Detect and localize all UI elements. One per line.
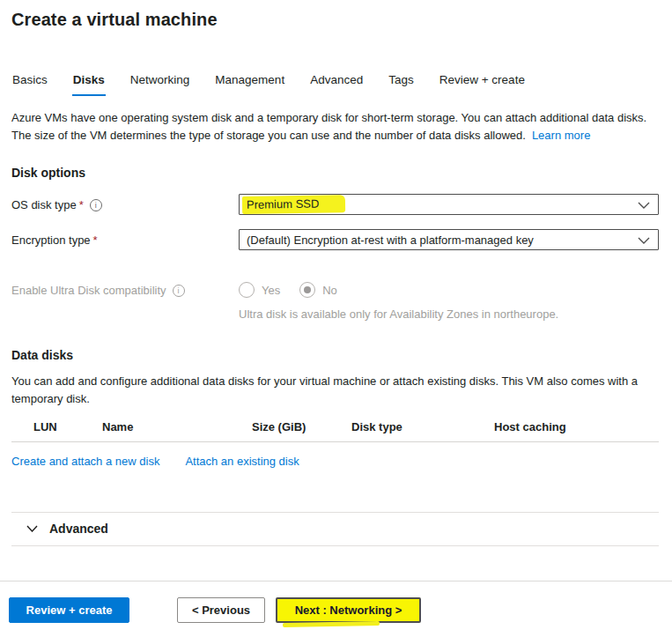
attach-existing-disk-link[interactable]: Attach an existing disk [185,455,299,468]
encryption-type-label: Encryption type* [11,233,98,247]
chevron-down-icon [638,237,650,244]
create-attach-new-disk-link[interactable]: Create and attach a new disk [11,455,159,468]
encryption-type-value: (Default) Encryption at-rest with a plat… [247,233,534,247]
previous-button[interactable]: < Previous [177,597,265,623]
tab-networking[interactable]: Networking [129,73,191,96]
tab-disks[interactable]: Disks [72,73,106,96]
required-asterisk: * [93,233,98,247]
create-vm-page: Create a virtual machine Basics Disks Ne… [0,0,672,637]
required-asterisk: * [79,198,84,211]
review-create-button[interactable]: Review + create [9,597,129,623]
wizard-footer: Review + create < Previous Next : Networ… [0,581,672,637]
column-header-lun: LUN [33,420,102,433]
tab-management[interactable]: Management [214,73,285,96]
radio-no-label: No [322,284,337,297]
os-disk-type-row: OS disk type* i Premium SSD [11,194,659,215]
tab-advanced[interactable]: Advanced [309,73,364,96]
column-header-disk-type: Disk type [351,420,494,433]
ultra-disk-radio-group: Yes No [239,279,659,298]
tab-bar: Basics Disks Networking Management Advan… [11,73,659,96]
os-disk-type-dropdown[interactable]: Premium SSD [239,194,659,215]
chevron-down-icon [638,202,650,209]
page-title: Create a virtual machine [11,10,659,30]
radio-yes-label: Yes [262,284,280,297]
chevron-down-icon [26,525,38,532]
data-disks-table-header: LUN Name Size (GiB) Disk type Host cachi… [11,420,659,433]
os-disk-type-value: Premium SSD [242,195,346,214]
tab-tags[interactable]: Tags [388,73,415,96]
ultra-disk-helper-text: Ultra disk is available only for Availab… [239,307,659,321]
ultra-disk-row: Enable Ultra Disk compatibility i Yes No… [11,279,659,321]
advanced-section: Advanced [11,512,659,546]
tab-review-create[interactable]: Review + create [439,73,526,96]
encryption-type-row: Encryption type* (Default) Encryption at… [11,229,659,250]
ultra-disk-label-group: Enable Ultra Disk compatibility i [11,279,239,297]
highlight-streak [283,621,380,627]
column-header-size: Size (GiB) [252,420,351,433]
next-networking-button[interactable]: Next : Networking > [276,597,421,623]
os-disk-type-label: OS disk type* [11,198,84,211]
table-header-divider [11,441,659,442]
os-disk-type-label-group: OS disk type* i [11,194,239,211]
advanced-label: Advanced [49,522,108,536]
ultra-disk-label: Enable Ultra Disk compatibility [11,284,166,297]
encryption-type-dropdown[interactable]: (Default) Encryption at-rest with a plat… [239,229,659,250]
data-disks-heading: Data disks [11,348,659,362]
radio-circle-icon-checked [299,282,315,298]
radio-no[interactable]: No [299,282,337,298]
advanced-expander[interactable]: Advanced [11,513,659,545]
tab-basics[interactable]: Basics [11,73,48,96]
info-icon[interactable]: i [173,285,185,297]
encryption-type-label-group: Encryption type* [11,229,239,247]
learn-more-link[interactable]: Learn more [532,129,590,142]
intro-text: Azure VMs have one operating system disk… [11,109,659,144]
radio-circle-icon [239,282,255,298]
info-icon[interactable]: i [90,199,102,211]
radio-yes[interactable]: Yes [239,282,280,298]
data-disk-links: Create and attach a new disk Attach an e… [11,455,659,468]
data-disks-description: You can add and configure additional dat… [11,373,659,408]
column-header-host-caching: Host caching [494,420,659,433]
disk-options-heading: Disk options [11,166,659,180]
column-header-name: Name [102,420,252,433]
next-button-label: Next : Networking > [295,604,402,617]
